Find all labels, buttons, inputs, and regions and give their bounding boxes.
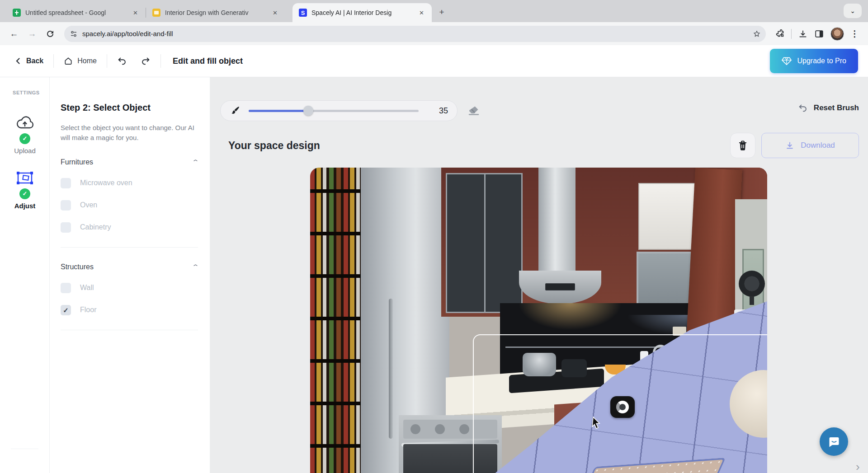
panel-title: Step 2: Select Object [61, 103, 198, 113]
toolbar-separator [791, 29, 792, 39]
space-design-image-canvas[interactable] [310, 168, 767, 473]
white-cabinet [638, 183, 698, 250]
option-label: Oven [80, 201, 97, 209]
step-adjust[interactable]: ✓ Adjust [0, 170, 50, 210]
option-label: Wall [80, 284, 94, 292]
back-button[interactable]: Back [10, 57, 53, 65]
chevron-up-icon: ⌃ [192, 159, 199, 165]
browser-actions: ⋮ [772, 27, 862, 41]
brush-size-toolbar: 35 [220, 100, 458, 121]
chat-bubble-icon [827, 435, 841, 449]
trash-icon [738, 140, 748, 151]
brush-size-slider[interactable] [249, 106, 419, 115]
reset-brush-label: Reset Brush [814, 103, 859, 112]
step-complete-check-icon: ✓ [19, 188, 30, 199]
browser-back-icon[interactable]: ← [6, 26, 22, 42]
tab-title: Spacely AI | AI Interior Desig [311, 9, 413, 16]
tab-close-icon[interactable]: ✕ [418, 9, 425, 17]
option-wall[interactable]: Wall [61, 283, 198, 293]
tab-interior-design[interactable]: Interior Design with Generativ ✕ [146, 3, 285, 22]
undo-icon[interactable] [117, 56, 127, 66]
browser-forward-icon[interactable]: → [24, 26, 40, 42]
option-floor[interactable]: Floor [61, 305, 198, 315]
reset-brush-button[interactable]: Reset Brush [798, 103, 859, 113]
option-oven[interactable]: Oven [61, 200, 198, 211]
glass-cabinet-door [446, 173, 523, 313]
back-label: Back [26, 57, 43, 65]
profile-avatar[interactable] [830, 27, 844, 41]
browser-tab-strip: Untitled spreadsheet - Googl ✕ Interior … [0, 0, 868, 22]
checkbox-unchecked[interactable] [61, 200, 71, 211]
bookmark-star-icon[interactable] [750, 28, 763, 40]
option-label: Microwave oven [80, 179, 132, 187]
hood-control-lights [549, 285, 571, 288]
section-structures[interactable]: Structures ⌃ [61, 263, 198, 271]
google-sheets-favicon [13, 9, 21, 17]
checkbox-checked[interactable] [61, 305, 71, 315]
upgrade-to-pro-button[interactable]: Upgrade to Pro [770, 49, 858, 73]
step-complete-check-icon: ✓ [19, 133, 30, 144]
downloads-icon[interactable] [798, 29, 808, 39]
section-furnitures[interactable]: Furnitures ⌃ [61, 158, 198, 166]
mouse-pointer [591, 416, 602, 431]
browser-menu-icon[interactable]: ⋮ [850, 28, 859, 39]
checkbox-unchecked[interactable] [61, 178, 71, 188]
tab-close-icon[interactable]: ✕ [271, 9, 279, 17]
tab-close-icon[interactable]: ✕ [132, 9, 139, 17]
option-label: Floor [80, 306, 96, 314]
checkbox-unchecked[interactable] [61, 222, 71, 233]
slider-thumb[interactable] [303, 106, 313, 116]
rail-title: SETTINGS [13, 90, 40, 95]
upgrade-label: Upgrade to Pro [797, 57, 846, 65]
download-label: Download [801, 141, 835, 150]
reset-icon [798, 103, 808, 113]
tab-title: Untitled spreadsheet - Googl [25, 9, 127, 16]
redo-icon[interactable] [141, 56, 151, 66]
gem-icon [782, 56, 792, 66]
side-panel-icon[interactable] [814, 29, 824, 39]
electric-fan [739, 271, 766, 305]
tab-google-sheets[interactable]: Untitled spreadsheet - Googl ✕ [6, 3, 146, 22]
tab-title: Interior Design with Generativ [165, 9, 267, 16]
address-bar[interactable]: spacely.ai/app/tool/edit-and-fill [64, 26, 766, 42]
page-title: Edit and fill object [161, 56, 255, 66]
adjust-selection-icon [16, 170, 34, 186]
brush-tool-cursor [610, 396, 635, 418]
spacely-favicon: S [299, 9, 307, 17]
panel-divider [61, 330, 198, 330]
site-settings-icon[interactable] [70, 30, 78, 38]
url-text[interactable]: spacely.ai/app/tool/edit-and-fill [82, 30, 746, 37]
app-header: Back Home Edit and fill object Upgrade t… [0, 45, 868, 77]
rail-divider [11, 449, 38, 449]
checkbox-unchecked[interactable] [61, 283, 71, 293]
chat-support-button[interactable] [820, 427, 848, 456]
cloud-upload-icon [15, 115, 34, 131]
option-cabinetry[interactable]: Cabinetry [61, 222, 198, 233]
step-upload[interactable]: ✓ Upload [0, 115, 50, 155]
google-slides-favicon [152, 9, 160, 17]
extensions-icon[interactable] [775, 29, 785, 39]
home-button[interactable]: Home [54, 56, 107, 66]
tab-spacely-active[interactable]: S Spacely AI | AI Interior Desig ✕ [292, 3, 432, 22]
option-microwave-oven[interactable]: Microwave oven [61, 178, 198, 188]
delete-design-button[interactable] [730, 133, 755, 158]
section-label: Structures [61, 263, 94, 271]
scroll-right-icon[interactable]: › [856, 460, 860, 473]
select-object-panel: Step 2: Select Object Select the object … [50, 77, 210, 473]
range-hood-duct [538, 168, 576, 274]
new-tab-button[interactable]: + [435, 6, 448, 19]
settings-rail: SETTINGS ✓ Upload ✓ Adjust [0, 77, 50, 473]
home-label: Home [77, 57, 97, 65]
section-label: Furnitures [61, 158, 93, 166]
panel-divider [61, 247, 198, 248]
design-header: Your space design Download [228, 131, 859, 159]
brush-size-value: 35 [439, 106, 448, 116]
browser-reload-icon[interactable] [42, 26, 58, 42]
eraser-icon[interactable] [467, 104, 480, 116]
under-cabinet-light [518, 303, 622, 330]
download-button[interactable]: Download [761, 133, 859, 158]
brush-icon[interactable] [230, 105, 241, 116]
tab-list-chevron-icon[interactable]: ⌄ [844, 4, 862, 18]
step-label: Adjust [0, 202, 50, 210]
screen: Untitled spreadsheet - Googl ✕ Interior … [0, 0, 868, 473]
